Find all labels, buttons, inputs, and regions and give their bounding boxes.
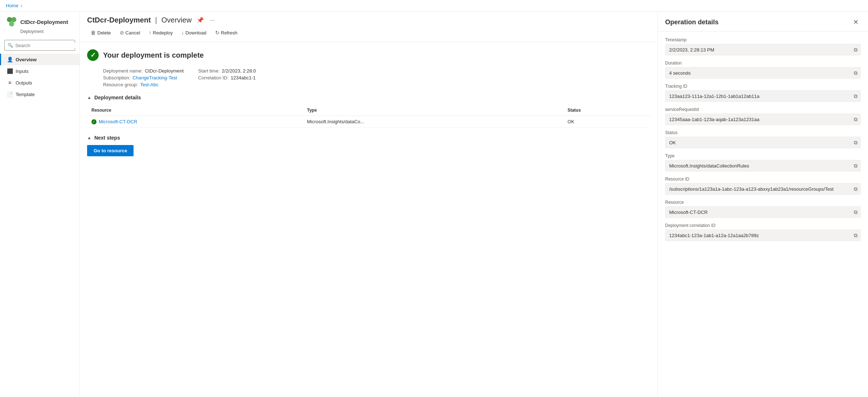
op-field-label-service_request_id: serviceRequestId — [665, 107, 861, 112]
breadcrumb-separator: › — [21, 3, 22, 8]
sidebar-item-overview[interactable]: 👤 Overview — [0, 54, 79, 65]
download-button[interactable]: ↓ Download — [178, 28, 210, 37]
copy-button-resource[interactable]: ⧉ — [853, 208, 858, 216]
deploy-starttime-value: 2/2/2023, 2:28:0 — [222, 68, 256, 74]
refresh-button[interactable]: ↻ Refresh — [212, 28, 241, 37]
sidebar-item-inputs[interactable]: ⬛ Inputs — [0, 65, 79, 77]
col-status: Status — [563, 105, 650, 116]
op-field-duration: Duration 4 seconds ⧉ — [665, 61, 861, 79]
template-icon: 📄 — [7, 91, 13, 97]
nav-template-label: Template — [16, 92, 35, 97]
svg-point-0 — [7, 17, 12, 22]
page-title-row: CtDcr-Deployment | Overview 📌 ··· — [87, 16, 650, 24]
search-container: 🔍 « — [4, 40, 75, 51]
op-field-service_request_id: serviceRequestId 12345aaa-1ab1-123a-aqab… — [665, 107, 861, 125]
sidebar-item-outputs[interactable]: ≡ Outputs — [0, 77, 79, 88]
table-cell-status: OK — [563, 116, 650, 128]
deployment-details-label: Deployment details — [94, 95, 141, 100]
cancel-label: Cancel — [126, 30, 140, 36]
search-input[interactable] — [15, 43, 76, 48]
status-banner: ✓ Your deployment is complete — [87, 49, 650, 61]
deploy-rg-value[interactable]: Test-Abc — [140, 82, 159, 87]
copy-button-status[interactable]: ⧉ — [853, 139, 858, 146]
delete-button[interactable]: 🗑 Delete — [87, 28, 115, 37]
svg-point-1 — [11, 17, 16, 22]
deployment-info: Deployment name: CtDcr-Deployment Subscr… — [87, 68, 650, 87]
op-field-text-timestamp: 2/2/2023, 2:28:13 PM — [669, 47, 714, 53]
copy-button-tracking_id[interactable]: ⧉ — [853, 92, 858, 100]
sidebar-title-group: CtDcr-Deployment — [20, 19, 68, 25]
op-field-value-duration: 4 seconds ⧉ — [665, 67, 861, 79]
resource-link[interactable]: Microsoft-CT-DCR — [99, 119, 137, 124]
copy-button-duration[interactable]: ⧉ — [853, 69, 858, 77]
copy-button-type[interactable]: ⧉ — [853, 162, 858, 170]
op-field-value-type: Microsoft.Insights/dataCollectionRules ⧉ — [665, 160, 861, 171]
deploy-rg-row: Resource group: Test-Abc — [103, 82, 184, 87]
resource-name: CtDcr-Deployment — [20, 19, 68, 25]
op-field-value-status: OK ⧉ — [665, 137, 861, 148]
op-field-value-timestamp: 2/2/2023, 2:28:13 PM ⧉ — [665, 44, 861, 55]
copy-button-resource_id[interactable]: ⧉ — [853, 185, 858, 193]
operation-details-panel: Operation details ✕ Timestamp 2/2/2023, … — [658, 12, 868, 397]
page-header: CtDcr-Deployment | Overview 📌 ··· 🗑 Dele… — [80, 12, 658, 42]
op-field-resource: Resource Microsoft-CT-DCR ⧉ — [665, 200, 861, 218]
next-steps-label: Next steps — [94, 135, 120, 141]
op-field-text-deploy_correlation_id: 1234abc1-123a-1ab1-a12a-12a1aa2b789z — [669, 233, 759, 238]
breadcrumb: Home › — [0, 0, 868, 12]
search-icon: 🔍 — [8, 43, 13, 48]
deploy-rg-label: Resource group: — [103, 82, 138, 87]
nav-inputs-label: Inputs — [16, 69, 28, 74]
op-field-label-deploy_correlation_id: Deployment correlation ID — [665, 223, 861, 228]
overview-icon: 👤 — [7, 57, 13, 62]
op-field-resource_id: Resource ID /subscriptions/1a123a1a-1abc… — [665, 177, 861, 195]
deploy-starttime-label: Start time: — [198, 68, 220, 74]
sidebar-item-template[interactable]: 📄 Template — [0, 88, 79, 100]
download-icon: ↓ — [181, 30, 184, 36]
op-field-text-status: OK — [669, 140, 676, 145]
op-panel-title: Operation details — [665, 18, 718, 26]
col-type: Type — [303, 105, 563, 116]
copy-button-deploy_correlation_id[interactable]: ⧉ — [853, 232, 858, 239]
breadcrumb-home[interactable]: Home — [6, 3, 19, 8]
op-field-deploy_correlation_id: Deployment correlation ID 1234abc1-123a-… — [665, 223, 861, 241]
op-field-label-resource: Resource — [665, 200, 861, 205]
op-field-timestamp: Timestamp 2/2/2023, 2:28:13 PM ⧉ — [665, 37, 861, 55]
main-content: ✓ Your deployment is complete Deployment… — [80, 42, 658, 397]
deployment-details-header[interactable]: ▲ Deployment details — [87, 95, 650, 100]
deploy-starttime-row: Start time: 2/2/2023, 2:28:0 — [198, 68, 256, 74]
resource-type: Deployment — [15, 29, 79, 37]
op-field-value-resource_id: /subscriptions/1a123a1a-1abc-123a-a123-a… — [665, 183, 861, 195]
deployment-icon — [6, 16, 17, 28]
status-dot-icon: ✓ — [91, 119, 97, 124]
redeploy-button[interactable]: ↑ Redeploy — [145, 28, 176, 37]
resource-status-group: ✓ Microsoft-CT-DCR — [91, 119, 298, 124]
next-steps-header[interactable]: ▲ Next steps — [87, 135, 650, 141]
download-label: Download — [185, 30, 206, 36]
pin-icon[interactable]: 📌 — [196, 16, 205, 24]
cancel-icon: ⊘ — [120, 30, 124, 36]
refresh-label: Refresh — [221, 30, 238, 36]
table-header-row: Resource Type Status — [87, 105, 650, 116]
op-field-label-type: Type — [665, 153, 861, 158]
op-panel-close-button[interactable]: ✕ — [851, 17, 861, 27]
status-check-icon: ✓ — [87, 49, 99, 61]
redeploy-icon: ↑ — [149, 30, 151, 36]
cancel-button[interactable]: ⊘ Cancel — [116, 28, 144, 37]
nav-overview-label: Overview — [16, 57, 37, 62]
more-icon[interactable]: ··· — [209, 16, 215, 24]
deploy-subscription-row: Subscription: ChangeTracking-Test — [103, 75, 184, 80]
op-field-type: Type Microsoft.Insights/dataCollectionRu… — [665, 153, 861, 171]
sidebar: CtDcr-Deployment Deployment 🔍 « 👤 Overvi… — [0, 12, 80, 397]
refresh-icon: ↻ — [215, 30, 220, 36]
go-to-resource-button[interactable]: Go to resource — [87, 145, 134, 156]
op-field-label-duration: Duration — [665, 61, 861, 66]
copy-button-service_request_id[interactable]: ⧉ — [853, 116, 858, 123]
delete-icon: 🗑 — [91, 30, 96, 36]
deploy-info-col-left: Deployment name: CtDcr-Deployment Subscr… — [103, 68, 184, 87]
next-steps-section: ▲ Next steps Go to resource — [87, 135, 650, 156]
op-field-text-type: Microsoft.Insights/dataCollectionRules — [669, 163, 749, 169]
copy-button-timestamp[interactable]: ⧉ — [853, 46, 858, 54]
sidebar-header: CtDcr-Deployment — [0, 12, 79, 30]
deploy-sub-value[interactable]: ChangeTracking-Test — [132, 75, 177, 80]
op-panel-content: Timestamp 2/2/2023, 2:28:13 PM ⧉ Duratio… — [658, 32, 868, 397]
